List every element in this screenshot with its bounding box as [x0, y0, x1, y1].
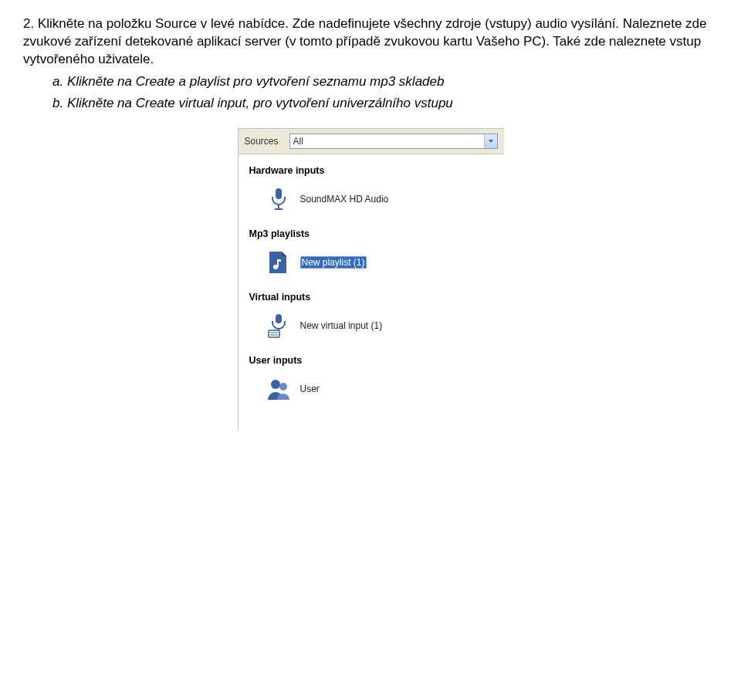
instruction-paragraph: 2. Klikněte na položku Source v levé nab…	[23, 15, 718, 69]
svg-rect-7	[269, 330, 279, 337]
hardware-input-item[interactable]: SoundMAX HD Audio	[239, 181, 504, 218]
user-icon	[266, 377, 291, 401]
virtual-input-item[interactable]: New virtual input (1)	[239, 307, 504, 344]
sources-panel: Sources All Hardware inputs SoundMAX HD …	[238, 128, 504, 431]
mp3-playlist-item[interactable]: New playlist (1)	[239, 244, 504, 281]
section-virtual-header: Virtual inputs	[239, 281, 504, 307]
step-text: Klikněte na položku Source v levé nabídc…	[23, 16, 706, 66]
sources-filter-dropdown[interactable]: All	[289, 134, 498, 149]
sub-item-a: a. Klikněte na Create a playlist pro vyt…	[52, 72, 718, 92]
svg-point-11	[279, 383, 287, 391]
microphone-icon	[266, 187, 291, 211]
mp3-playlist-label: New playlist (1)	[300, 256, 367, 269]
sub-letter: a.	[52, 74, 63, 89]
sub-list: a. Klikněte na Create a playlist pro vyt…	[52, 72, 718, 114]
chevron-down-icon	[489, 140, 493, 143]
section-hardware-header: Hardware inputs	[239, 154, 504, 181]
user-input-label: User	[300, 384, 320, 394]
section-user-header: User inputs	[239, 344, 504, 370]
sub-text: Klikněte na Create a playlist pro vytvoř…	[67, 74, 445, 89]
virtual-input-label: New virtual input (1)	[300, 320, 383, 331]
virtual-input-icon	[266, 313, 291, 338]
hardware-input-label: SoundMAX HD Audio	[300, 194, 389, 205]
sources-label: Sources	[245, 136, 279, 147]
dropdown-value: All	[290, 134, 484, 148]
step-number: 2.	[23, 16, 34, 31]
user-input-item[interactable]: User	[239, 370, 504, 407]
svg-point-10	[271, 380, 280, 389]
dropdown-button[interactable]	[484, 134, 497, 148]
section-mp3-header: Mp3 playlists	[239, 218, 504, 244]
svg-rect-5	[276, 314, 282, 323]
svg-rect-0	[276, 188, 282, 199]
filter-row: Sources All	[239, 129, 504, 154]
playlist-file-icon	[266, 250, 291, 275]
sub-letter: b.	[52, 96, 63, 110]
sub-item-b: b. Klikněte na Create virtual input, pro…	[52, 93, 718, 113]
sub-text: Klikněte na Create virtual input, pro vy…	[67, 96, 453, 110]
